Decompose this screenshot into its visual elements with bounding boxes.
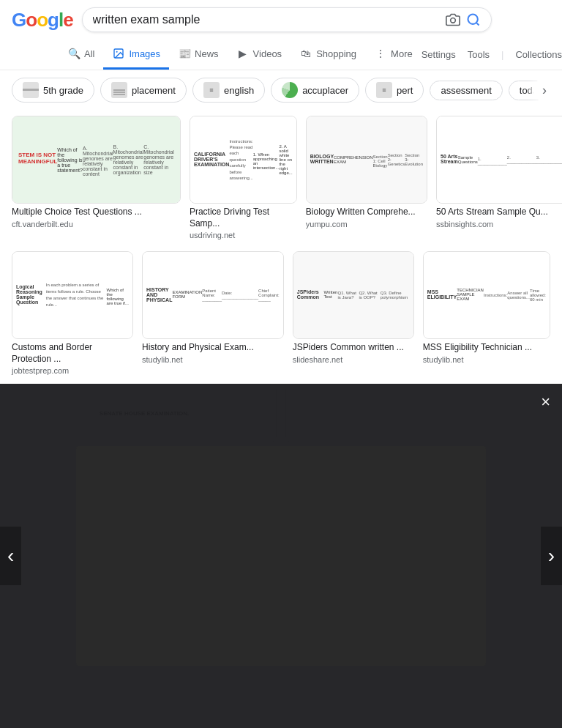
nav-tabs: 🔍 All Images 📰 News ▶ Videos 🛍 Shopping … [0,40,562,70]
chip-assessment[interactable]: assessment [430,81,502,100]
chip-placement[interactable]: placement [100,78,187,103]
tab-videos[interactable]: ▶ Videos [228,40,291,70]
collections-link[interactable]: Collections [515,49,562,60]
tab-shopping[interactable]: 🛍 Shopping [291,40,365,70]
videos-icon: ▶ [236,47,250,60]
svg-point-0 [450,18,455,23]
svg-point-4 [116,51,118,53]
tab-images[interactable]: Images [103,40,169,70]
search-bar [82,7,492,32]
image-card-2[interactable]: CALIFORNIA DRIVER'S EXAMINATION Instruct… [190,116,297,239]
tab-more[interactable]: ⋮ More [365,40,422,70]
tools-link[interactable]: Tools [468,49,490,60]
chip-accuplacer[interactable]: accuplacer [271,78,359,103]
image-grid-row1: STEM IS NOT MEANINGFUL Which of the foll… [0,110,562,245]
svg-line-2 [476,23,479,26]
news-icon: 📰 [178,47,191,60]
image-card-4[interactable]: 50 Arts Stream Sample Questions 1. _____… [436,116,562,239]
image-grid-row2: Logical Reasoning Sample Question In eac… [0,245,562,381]
search-submit-icon[interactable] [466,12,481,27]
more-icon: ⋮ [374,47,387,60]
google-logo[interactable]: Google [12,9,73,31]
chips-next-button[interactable]: › [533,78,556,102]
search-input[interactable] [93,13,440,26]
images-icon [112,47,125,60]
image-card-7[interactable]: JSPiders Common Written Test Q1. What is… [293,251,414,375]
image-card-6[interactable]: HISTORY AND PHYSICAL EXAMINATION FORM Pa… [142,251,284,375]
lightbox-content [0,384,562,448]
tab-news[interactable]: 📰 News [169,40,228,70]
svg-point-1 [468,15,477,24]
tab-all[interactable]: 🔍 All [59,40,103,70]
shopping-icon: 🛍 [299,47,312,60]
settings-link[interactable]: Settings [422,49,456,60]
image-card-3[interactable]: BIOLOGY WRITTEN COMPREHENSION EXAM Secti… [306,116,427,239]
image-card-1[interactable]: STEM IS NOT MEANINGFUL Which of the foll… [12,116,181,239]
lightbox-overlay: × ‹ › [0,384,562,448]
all-icon: 🔍 [67,47,80,60]
chips-container: 5th grade placement ≡ english accuplacer… [0,70,562,110]
chip-pert[interactable]: ≡ pert [365,78,424,103]
chip-english[interactable]: ≡ english [192,78,265,103]
image-card-8[interactable]: MSS ELIGIBILITY TECHNICIAN SAMPLE EXAM I… [423,251,550,375]
image-card-5[interactable]: Logical Reasoning Sample Question In eac… [12,251,133,375]
search-icons [446,12,481,27]
lightbox-close-button[interactable]: × [541,393,550,412]
camera-search-icon[interactable] [446,12,460,27]
nav-right: Settings Tools | Collections SafeSearch … [422,44,562,66]
chip-5th-grade[interactable]: 5th grade [12,78,94,103]
header: Google [0,0,562,40]
lightbox-image [76,446,486,448]
